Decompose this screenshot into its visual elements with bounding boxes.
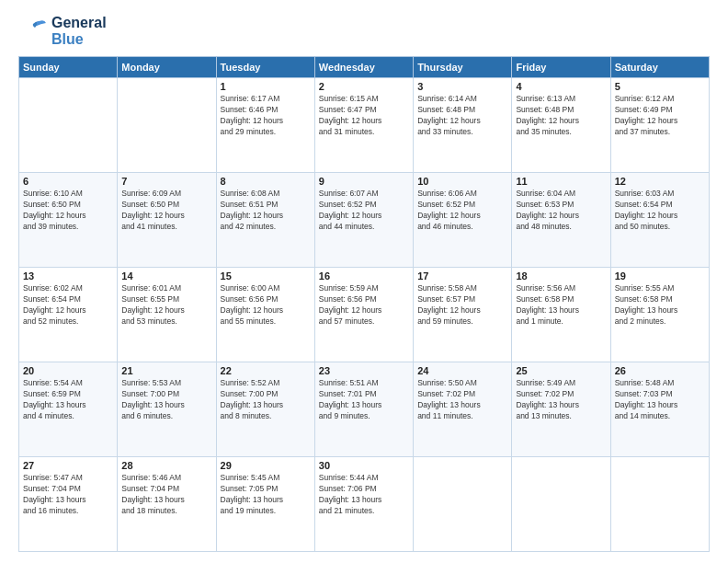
- day-number: 8: [221, 176, 311, 187]
- calendar-cell: 23Sunrise: 5:51 AM Sunset: 7:01 PM Dayli…: [314, 362, 413, 457]
- calendar-cell: 14Sunrise: 6:01 AM Sunset: 6:55 PM Dayli…: [118, 268, 216, 362]
- day-detail: Sunrise: 6:08 AM Sunset: 6:51 PM Dayligh…: [221, 189, 311, 233]
- page: General Blue SundayMondayTuesdayWednesda…: [0, 0, 728, 563]
- day-number: 18: [516, 270, 606, 282]
- calendar-cell: 5Sunrise: 6:12 AM Sunset: 6:49 PM Daylig…: [610, 78, 709, 173]
- day-detail: Sunrise: 5:51 AM Sunset: 7:01 PM Dayligh…: [319, 378, 409, 422]
- day-detail: Sunrise: 5:44 AM Sunset: 7:06 PM Dayligh…: [319, 473, 409, 517]
- day-number: 25: [516, 365, 606, 376]
- calendar-cell: 13Sunrise: 6:02 AM Sunset: 6:54 PM Dayli…: [19, 268, 118, 362]
- calendar-cell: [610, 457, 709, 552]
- day-number: 24: [417, 365, 507, 376]
- calendar-cell: 16Sunrise: 5:59 AM Sunset: 6:56 PM Dayli…: [314, 268, 413, 362]
- day-number: 11: [516, 176, 606, 187]
- calendar-week-5: 27Sunrise: 5:47 AM Sunset: 7:04 PM Dayli…: [19, 457, 710, 552]
- day-detail: Sunrise: 6:07 AM Sunset: 6:52 PM Dayligh…: [319, 189, 409, 233]
- calendar-cell: 12Sunrise: 6:03 AM Sunset: 6:54 PM Dayli…: [610, 173, 709, 268]
- day-detail: Sunrise: 5:55 AM Sunset: 6:58 PM Dayligh…: [615, 283, 705, 327]
- logo-bird-icon: [18, 17, 48, 46]
- day-number: 13: [23, 270, 113, 282]
- calendar-cell: 24Sunrise: 5:50 AM Sunset: 7:02 PM Dayli…: [414, 362, 512, 457]
- calendar-cell: 20Sunrise: 5:54 AM Sunset: 6:59 PM Dayli…: [19, 362, 118, 457]
- header: General Blue: [18, 15, 710, 47]
- calendar-cell: 3Sunrise: 6:14 AM Sunset: 6:48 PM Daylig…: [414, 78, 512, 173]
- day-number: 27: [23, 460, 113, 471]
- calendar-cell: 28Sunrise: 5:46 AM Sunset: 7:04 PM Dayli…: [118, 457, 216, 552]
- day-number: 4: [516, 81, 606, 92]
- day-number: 30: [319, 460, 409, 471]
- day-detail: Sunrise: 5:46 AM Sunset: 7:04 PM Dayligh…: [121, 473, 211, 517]
- day-detail: Sunrise: 6:13 AM Sunset: 6:48 PM Dayligh…: [516, 94, 606, 138]
- day-number: 12: [615, 176, 705, 187]
- day-number: 20: [23, 365, 113, 376]
- day-number: 22: [221, 365, 311, 376]
- day-detail: Sunrise: 6:17 AM Sunset: 6:46 PM Dayligh…: [221, 94, 311, 138]
- calendar-cell: 27Sunrise: 5:47 AM Sunset: 7:04 PM Dayli…: [19, 457, 118, 552]
- day-detail: Sunrise: 6:09 AM Sunset: 6:50 PM Dayligh…: [121, 189, 211, 233]
- calendar-cell: [512, 457, 610, 552]
- calendar-week-1: 1Sunrise: 6:17 AM Sunset: 6:46 PM Daylig…: [19, 78, 710, 173]
- calendar-cell: 11Sunrise: 6:04 AM Sunset: 6:53 PM Dayli…: [512, 173, 610, 268]
- day-number: 3: [417, 81, 507, 92]
- calendar-cell: [414, 457, 512, 552]
- calendar-cell: 10Sunrise: 6:06 AM Sunset: 6:52 PM Dayli…: [414, 173, 512, 268]
- calendar-header-monday: Monday: [118, 57, 216, 78]
- calendar-header-sunday: Sunday: [19, 57, 118, 78]
- calendar-cell: 29Sunrise: 5:45 AM Sunset: 7:05 PM Dayli…: [216, 457, 314, 552]
- day-detail: Sunrise: 5:47 AM Sunset: 7:04 PM Dayligh…: [23, 473, 113, 517]
- day-number: 1: [221, 81, 311, 92]
- day-number: 10: [417, 176, 507, 187]
- day-number: 17: [417, 270, 507, 282]
- day-detail: Sunrise: 5:48 AM Sunset: 7:03 PM Dayligh…: [615, 378, 705, 422]
- day-detail: Sunrise: 5:54 AM Sunset: 6:59 PM Dayligh…: [23, 378, 113, 422]
- day-number: 28: [121, 460, 211, 471]
- day-detail: Sunrise: 5:49 AM Sunset: 7:02 PM Dayligh…: [516, 378, 606, 422]
- day-number: 15: [221, 270, 311, 282]
- day-detail: Sunrise: 6:10 AM Sunset: 6:50 PM Dayligh…: [23, 189, 113, 233]
- day-number: 7: [121, 176, 211, 187]
- calendar-cell: 7Sunrise: 6:09 AM Sunset: 6:50 PM Daylig…: [118, 173, 216, 268]
- calendar-cell: 22Sunrise: 5:52 AM Sunset: 7:00 PM Dayli…: [216, 362, 314, 457]
- calendar-cell: 18Sunrise: 5:56 AM Sunset: 6:58 PM Dayli…: [512, 268, 610, 362]
- calendar-header-wednesday: Wednesday: [314, 57, 413, 78]
- calendar-cell: [118, 78, 216, 173]
- day-number: 26: [615, 365, 705, 376]
- calendar-cell: 8Sunrise: 6:08 AM Sunset: 6:51 PM Daylig…: [216, 173, 314, 268]
- calendar-cell: 30Sunrise: 5:44 AM Sunset: 7:06 PM Dayli…: [314, 457, 413, 552]
- day-detail: Sunrise: 6:02 AM Sunset: 6:54 PM Dayligh…: [23, 283, 113, 327]
- calendar-week-3: 13Sunrise: 6:02 AM Sunset: 6:54 PM Dayli…: [19, 268, 710, 362]
- day-number: 9: [319, 176, 409, 187]
- day-detail: Sunrise: 5:45 AM Sunset: 7:05 PM Dayligh…: [221, 473, 311, 517]
- calendar-week-4: 20Sunrise: 5:54 AM Sunset: 6:59 PM Dayli…: [19, 362, 710, 457]
- day-number: 14: [121, 270, 211, 282]
- day-detail: Sunrise: 6:06 AM Sunset: 6:52 PM Dayligh…: [417, 189, 507, 233]
- calendar-cell: 17Sunrise: 5:58 AM Sunset: 6:57 PM Dayli…: [414, 268, 512, 362]
- calendar-cell: 25Sunrise: 5:49 AM Sunset: 7:02 PM Dayli…: [512, 362, 610, 457]
- calendar-header-friday: Friday: [512, 57, 610, 78]
- calendar-header-tuesday: Tuesday: [216, 57, 314, 78]
- day-detail: Sunrise: 5:58 AM Sunset: 6:57 PM Dayligh…: [417, 283, 507, 327]
- logo: General Blue: [18, 15, 107, 47]
- day-number: 23: [319, 365, 409, 376]
- day-detail: Sunrise: 6:12 AM Sunset: 6:49 PM Dayligh…: [615, 94, 705, 138]
- calendar-header-row: SundayMondayTuesdayWednesdayThursdayFrid…: [19, 57, 710, 78]
- day-detail: Sunrise: 5:53 AM Sunset: 7:00 PM Dayligh…: [121, 378, 211, 422]
- day-number: 29: [221, 460, 311, 471]
- day-number: 6: [23, 176, 113, 187]
- logo-blue: Blue: [51, 31, 107, 48]
- calendar-cell: 1Sunrise: 6:17 AM Sunset: 6:46 PM Daylig…: [216, 78, 314, 173]
- day-detail: Sunrise: 5:52 AM Sunset: 7:00 PM Dayligh…: [221, 378, 311, 422]
- calendar-week-2: 6Sunrise: 6:10 AM Sunset: 6:50 PM Daylig…: [19, 173, 710, 268]
- calendar-cell: 19Sunrise: 5:55 AM Sunset: 6:58 PM Dayli…: [610, 268, 709, 362]
- day-number: 5: [615, 81, 705, 92]
- day-number: 19: [615, 270, 705, 282]
- calendar-cell: 21Sunrise: 5:53 AM Sunset: 7:00 PM Dayli…: [118, 362, 216, 457]
- calendar-cell: 26Sunrise: 5:48 AM Sunset: 7:03 PM Dayli…: [610, 362, 709, 457]
- calendar-cell: 2Sunrise: 6:15 AM Sunset: 6:47 PM Daylig…: [314, 78, 413, 173]
- calendar-cell: 6Sunrise: 6:10 AM Sunset: 6:50 PM Daylig…: [19, 173, 118, 268]
- calendar-cell: 4Sunrise: 6:13 AM Sunset: 6:48 PM Daylig…: [512, 78, 610, 173]
- day-detail: Sunrise: 6:04 AM Sunset: 6:53 PM Dayligh…: [516, 189, 606, 233]
- day-number: 16: [319, 270, 409, 282]
- day-number: 2: [319, 81, 409, 92]
- day-detail: Sunrise: 6:00 AM Sunset: 6:56 PM Dayligh…: [221, 283, 311, 327]
